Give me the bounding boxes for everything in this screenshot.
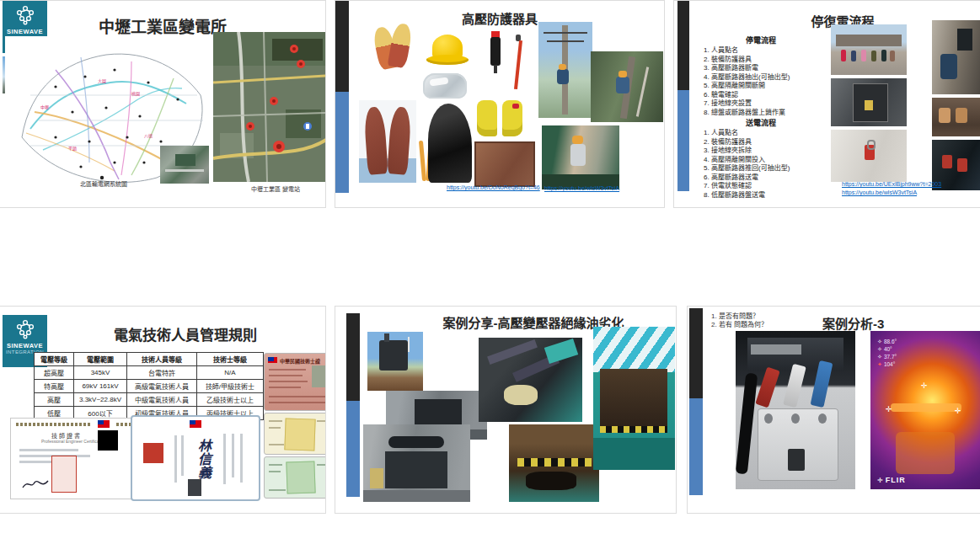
list-item: 接地線夾設置 (711, 99, 846, 109)
breaker-closeup-photo (932, 98, 980, 136)
table-cell: 高壓 (35, 393, 74, 407)
slide-outage-restore-procedure: 停復電流程 停電流程 人員點名裝備防護器具高壓斷路器斷電高壓斷路器抽出(可抽出型… (673, 0, 980, 208)
video-link-2[interactable]: https://youtu.be/wlsW3vtTsiA (544, 185, 619, 191)
table-row: 高壓3.3kV~22.8kV中級電氣技術人員乙級技術士以上 (35, 393, 264, 407)
card-title: 中華民國技術士證 (280, 357, 320, 365)
flir-brand: FLIR (886, 476, 906, 484)
table-cell: 3.3kV~22.8kV (74, 393, 127, 407)
table-header: 技術人員等級 (127, 353, 197, 366)
accent-bar (346, 313, 360, 497)
hard-hat-image (426, 33, 469, 68)
burnt-transformer-aerial-photo (479, 338, 582, 422)
panel-inspection-photo (932, 20, 980, 94)
table-cell: 超高壓 (35, 366, 74, 380)
table-cell: 技師/甲級技術士 (197, 380, 264, 393)
voltage-detector-image (487, 31, 504, 73)
video-link-1[interactable]: https://youtu.be/UExlBjph9ww?t=2003 (842, 181, 941, 187)
list-item: 高壓隔離開關投入 (711, 156, 846, 165)
thermal-crosshair: ✛ (886, 405, 892, 413)
svg-text:平鎮: 平鎮 (68, 146, 77, 152)
table-cell: 特高壓 (35, 380, 74, 393)
certificate-signature: 林信義 (193, 439, 213, 479)
taiwan-flag-icon (268, 357, 277, 363)
accent-bar (689, 308, 703, 495)
map-caption-left: 北區輸電網系統圖 (80, 179, 127, 188)
table-cell: 中級電氣技術人員 (127, 393, 197, 407)
table-row: 超高壓345kV台電特許N/A (35, 366, 264, 380)
thermal-crosshair: ✛ (955, 407, 961, 415)
taiwan-flag-icon (190, 420, 201, 428)
video-link-1[interactable]: https://youtu.be/DoNoReqBgo?t=46 (447, 184, 540, 190)
pole-work-photo-1 (538, 22, 592, 118)
page-title: 電氣技術人員管理規則 (84, 323, 287, 344)
list-item: 人員點名 (711, 46, 846, 56)
flir-logo-icon: ✛ (877, 477, 883, 484)
tarp-covered-transformer-photo (593, 327, 675, 470)
list-item: 高壓斷路器斷電 (711, 64, 846, 73)
technician-card-yellow (264, 413, 326, 455)
list-item: 高壓斷路器推回(可抽出型) (711, 164, 846, 173)
thermal-marker-icon: ✧ (877, 338, 882, 345)
rubber-sleeve-image (428, 104, 472, 183)
transformer-delivery-photo (367, 332, 423, 391)
switchgear-cabinet-photo (831, 78, 907, 126)
video-link-2[interactable]: https://youtu.be/wlsW3vtTsiA (842, 189, 917, 195)
red-stamp (51, 456, 77, 493)
table-header: 電壓等級 (35, 353, 74, 366)
sinewave-logo-icon (14, 319, 36, 339)
slide-substation-overview: SINEWAVE INTEGRATION 中壢工業區變電所 中壢桃園平鎮 (0, 0, 326, 208)
logo-text-1: SINEWAVE (3, 343, 47, 349)
table-header: 電壓範圍 (74, 353, 127, 366)
voltage-table: 電壓等級電壓範圍技術人員等級技術士等級超高壓345kV台電特許N/A特高壓69k… (34, 352, 264, 420)
page-title: 案例分析-3 (822, 314, 884, 332)
list-item: 總盤或斷路器盤上鎖作業 (711, 109, 846, 118)
svg-text:桃園: 桃園 (131, 91, 140, 97)
insulating-mat-image (474, 141, 535, 187)
list-item: 高壓斷路器抽出(可抽出型) (711, 73, 846, 83)
table-cell: 345kV (74, 366, 127, 380)
svg-text:大園: 大園 (98, 78, 106, 84)
temp-reading: 37.7° (884, 353, 897, 360)
rubber-boots-image (475, 99, 529, 138)
list-item: 人員點名 (711, 129, 846, 138)
aerial-inset-photo (160, 146, 209, 184)
signature-scribble (21, 476, 50, 493)
list-item: 驗電確認 (711, 91, 846, 100)
lockout-panel-photo (831, 130, 907, 182)
thermal-crosshair: ✛ (921, 381, 928, 390)
table-cell: 乙級技術士以上 (197, 393, 264, 407)
thermal-marker-icon: ✦ (877, 360, 882, 368)
question-2: 2. 若有 問題為何？ (711, 321, 768, 329)
accent-bar (335, 1, 349, 193)
table-cell: 高級電氣技術人員 (127, 380, 197, 393)
restore-list: 人員點名裝備防護器具接地線夾拆除高壓隔離開關投入高壓斷路器推回(可抽出型)高壓斷… (698, 129, 846, 200)
id-photo (188, 479, 201, 496)
restore-heading: 送電流程 (698, 117, 824, 128)
outage-list: 人員點名裝備防護器具高壓斷路器斷電高壓斷路器抽出(可抽出型)高壓隔離開關斷開驗電… (698, 46, 846, 117)
temp-reading: 88.6° (884, 338, 897, 345)
certificate-subtitle: Professional Engineer Certificate (41, 439, 103, 444)
table-cell: N/A (197, 366, 264, 380)
list-item: 高壓隔離開關斷開 (711, 82, 846, 91)
thermal-marker-icon: ✧ (877, 353, 882, 360)
table-row: 特高壓69kV 161kV高級電氣技術人員技師/甲級技術士 (35, 380, 264, 393)
breaker-photo (736, 331, 855, 489)
hot-stick-image (511, 35, 523, 90)
accent-bar (677, 1, 689, 191)
slide-case-analysis-3: 1. 是否有問題？ 2. 若有 問題為何？ 案例分析-3 ✧88.6° ✧40°… (687, 306, 980, 514)
thermal-marker-icon: ✧ (877, 345, 882, 353)
burnt-transformer-closeup-photo (509, 424, 599, 502)
list-item: 供電狀態確認 (711, 182, 846, 191)
taiwan-flag-icon (98, 420, 110, 428)
pole-work-photo-2 (591, 51, 663, 122)
technician-card-green (264, 456, 326, 499)
list-item: 低壓斷路器盤送電 (711, 191, 846, 200)
transformer-work-photo (542, 125, 619, 189)
thermal-markers: ✧88.6° ✧40° ✧37.7° ✦104° (877, 338, 897, 368)
transformer-pit-photo-2 (363, 424, 470, 502)
slide-transformer-oil-case: 案例分享-高壓變壓器絕緣油劣化 (335, 306, 677, 514)
safety-goggles-image (423, 73, 467, 99)
leather-gloves-image (374, 24, 413, 72)
list-item: 接地線夾拆除 (711, 147, 846, 156)
satellite-map (213, 32, 326, 182)
